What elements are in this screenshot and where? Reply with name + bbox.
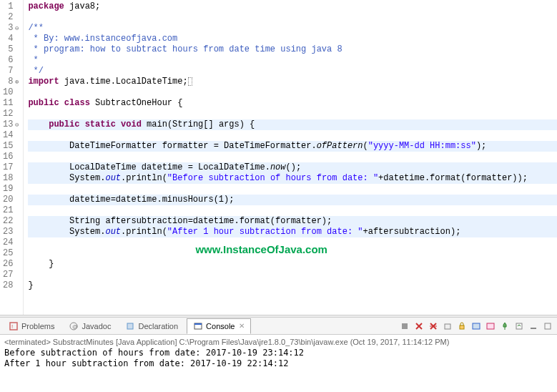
line-number: 12 (3, 109, 19, 119)
line-number: 25 (3, 248, 19, 259)
svg-rect-17 (516, 323, 522, 329)
code-line[interactable]: * program: how to subtract hours from da… (28, 44, 557, 55)
line-number: 19 (3, 184, 19, 195)
line-number: 10 (3, 87, 19, 98)
console-line: Before subtraction of hours from date: 2… (4, 348, 553, 358)
line-number: 7 (3, 66, 19, 77)
line-number: 24 (3, 237, 19, 248)
line-number: 5 (3, 44, 19, 55)
line-number: 6 (3, 55, 19, 66)
code-line[interactable] (28, 87, 557, 98)
svg-rect-7 (402, 323, 408, 329)
tab-console[interactable]: Console ✕ (187, 318, 251, 334)
code-line[interactable] (28, 109, 557, 119)
code-line[interactable] (28, 184, 557, 195)
code-line[interactable] (28, 205, 557, 216)
code-line[interactable] (28, 12, 557, 23)
console-line: After 1 hour subtraction from date: 2017… (4, 358, 553, 369)
code-line[interactable]: System.out.println("After 1 hour subtrac… (28, 227, 557, 237)
scroll-lock-button[interactable] (455, 320, 468, 333)
line-number: 17 (3, 162, 19, 173)
line-number: 8⊕ (3, 77, 19, 87)
line-number: 20 (3, 195, 19, 205)
minimize-button[interactable] (527, 320, 540, 333)
code-line[interactable]: DateTimeFormatter formatter = DateTimeFo… (28, 141, 557, 152)
svg-rect-4 (127, 323, 133, 329)
code-line[interactable]: * By: www.instanceofjava.com (28, 34, 557, 44)
line-number: 2 (3, 12, 19, 23)
code-line[interactable]: package java8; (28, 1, 557, 12)
console-output[interactable]: <terminated> SubstractMinutes [Java Appl… (0, 335, 557, 372)
line-number: 14 (3, 130, 19, 141)
line-number: 3⊖ (3, 23, 19, 34)
code-line[interactable]: } (28, 280, 557, 291)
code-line[interactable]: public static void main(String[] args) { (28, 119, 557, 130)
svg-rect-13 (445, 324, 450, 329)
svg-text:@: @ (72, 323, 78, 330)
svg-rect-14 (460, 325, 464, 329)
line-number: 27 (3, 270, 19, 280)
svg-rect-16 (487, 323, 494, 329)
code-area[interactable]: www.InstanceOfJava.com package java8;/**… (24, 0, 557, 315)
clear-console-button[interactable] (441, 320, 454, 333)
line-number: 23 (3, 227, 19, 237)
code-line[interactable]: System.out.println("Before subtraction o… (28, 173, 557, 184)
line-number: 15 (3, 141, 19, 152)
tab-problems[interactable]: ! Problems (3, 319, 60, 333)
svg-rect-18 (531, 328, 536, 329)
svg-rect-6 (194, 323, 202, 325)
remove-launch-button[interactable] (413, 320, 425, 333)
declaration-icon (125, 321, 135, 331)
line-number-gutter: 123⊖45678⊕10111213⊖141516171819202122232… (0, 0, 24, 315)
line-number: 13⊖ (3, 119, 19, 130)
console-toolbar (398, 320, 554, 333)
code-line[interactable]: * (28, 55, 557, 66)
maximize-button[interactable] (541, 320, 554, 333)
line-number: 11 (3, 98, 19, 109)
code-line[interactable] (28, 152, 557, 162)
watermark-text: www.InstanceOfJava.com (195, 243, 327, 255)
line-number: 1 (3, 1, 19, 12)
line-number: 16 (3, 152, 19, 162)
code-line[interactable]: } (28, 259, 557, 270)
console-icon (193, 321, 203, 331)
tab-javadoc[interactable]: @ Javadoc (63, 319, 117, 333)
svg-text:!: ! (11, 323, 13, 330)
code-line[interactable]: public class SubtractOneHour { (28, 98, 557, 109)
code-line[interactable] (28, 130, 557, 141)
bottom-tabs: ! Problems @ Javadoc Declaration Console… (0, 318, 557, 335)
svg-rect-19 (545, 323, 551, 329)
line-number: 28 (3, 280, 19, 291)
pin-console-button[interactable] (498, 320, 511, 333)
tab-label: Declaration (138, 322, 178, 330)
open-console-button[interactable] (513, 320, 526, 333)
remove-all-button[interactable] (427, 320, 440, 333)
javadoc-icon: @ (69, 321, 79, 331)
line-number: 18 (3, 173, 19, 184)
code-line[interactable] (28, 270, 557, 280)
line-number: 21 (3, 205, 19, 216)
line-number: 22 (3, 216, 19, 227)
problems-icon: ! (9, 321, 19, 331)
line-number: 26 (3, 259, 19, 270)
code-line[interactable]: */ (28, 66, 557, 77)
tab-label: Javadoc (82, 322, 111, 330)
show-console-button[interactable] (470, 320, 483, 333)
tab-label: Problems (21, 322, 54, 330)
code-line[interactable]: /** (28, 23, 557, 34)
code-line[interactable]: datetime=datetime.minusHours(1); (28, 195, 557, 205)
code-line[interactable]: import java.time.LocalDateTime; (28, 77, 557, 87)
close-icon[interactable]: ✕ (239, 322, 245, 330)
display-selected-button[interactable] (484, 320, 497, 333)
svg-rect-15 (473, 323, 480, 329)
console-meta: <terminated> SubstractMinutes [Java Appl… (4, 338, 553, 346)
tab-declaration[interactable]: Declaration (119, 319, 184, 333)
tab-label: Console (206, 322, 235, 330)
line-number: 4 (3, 34, 19, 44)
code-editor[interactable]: 123⊖45678⊕10111213⊖141516171819202122232… (0, 0, 557, 315)
code-line[interactable]: String aftersubtraction=datetime.format(… (28, 216, 557, 227)
code-line[interactable]: LocalDateTime datetime = LocalDateTime.n… (28, 162, 557, 173)
terminate-button[interactable] (398, 320, 411, 333)
